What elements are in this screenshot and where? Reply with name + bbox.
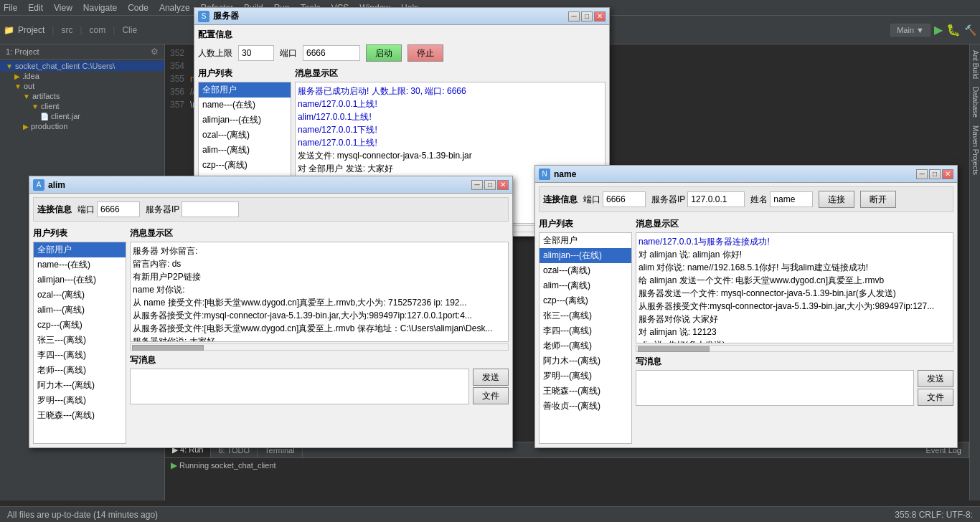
alim-port-field: 端口 bbox=[77, 201, 140, 217]
alim-write-btns: 发送 文件 bbox=[473, 369, 509, 404]
tree-item-out[interactable]: ▼ out bbox=[0, 81, 164, 91]
alim-maximize-btn[interactable]: □ bbox=[484, 180, 496, 190]
name-titlebar: N name ─ □ ✕ bbox=[535, 166, 957, 183]
tree-item-clientjar[interactable]: 📄 client.jar bbox=[0, 111, 164, 121]
tree-production-label: production bbox=[31, 122, 67, 130]
list-item[interactable]: name---(在线) bbox=[34, 257, 126, 272]
name-all-users-item[interactable]: 全部用户 bbox=[540, 233, 631, 248]
list-item[interactable]: 张三---(离线) bbox=[540, 308, 631, 323]
msg-line: name/127.0.0.1上线! bbox=[298, 98, 603, 110]
bottom-panel: ▶ 4: Run 6: TODO Terminal Event Log ▶ Ru… bbox=[165, 442, 969, 506]
ant-build-label[interactable]: Ant Build bbox=[970, 48, 981, 81]
alim-file-btn[interactable]: 文件 bbox=[473, 387, 509, 404]
menu-file[interactable]: File bbox=[4, 3, 17, 13]
name-name-input[interactable] bbox=[770, 191, 813, 207]
alim-window-controls: ─ □ ✕ bbox=[471, 180, 509, 190]
menu-view[interactable]: View bbox=[54, 3, 72, 13]
folder-icon-idea: ▶ bbox=[14, 72, 20, 80]
list-item[interactable]: czp---(离线) bbox=[540, 293, 631, 308]
list-item[interactable]: czp---(离线) bbox=[199, 158, 291, 173]
name-port-input[interactable] bbox=[603, 191, 646, 207]
alim-send-btn[interactable]: 发送 bbox=[473, 369, 509, 386]
status-left: All files are up-to-date (14 minutes ago… bbox=[7, 510, 158, 520]
tree-item-idea[interactable]: ▶ .idea bbox=[0, 71, 164, 81]
list-item[interactable]: alim---(离线) bbox=[540, 278, 631, 293]
server-maximize-btn[interactable]: □ bbox=[581, 11, 593, 22]
list-item[interactable]: 阿力木---(离线) bbox=[540, 353, 631, 369]
name-close-btn[interactable]: ✕ bbox=[942, 169, 953, 179]
run-btn[interactable]: ▶ bbox=[934, 23, 943, 37]
alim-hscroll[interactable] bbox=[130, 343, 509, 351]
name-serverip-label: 服务器IP bbox=[651, 194, 685, 206]
max-users-label: 人数上限 bbox=[198, 47, 232, 60]
list-item[interactable]: 阿力木---(离线) bbox=[34, 378, 126, 393]
list-item[interactable]: ozal---(离线) bbox=[540, 263, 631, 278]
alim-write-input[interactable] bbox=[130, 369, 469, 404]
name-file-btn[interactable]: 文件 bbox=[918, 389, 953, 406]
name-connect-btn[interactable]: 连接 bbox=[819, 191, 854, 208]
name-window-title: name bbox=[554, 169, 916, 179]
list-item[interactable]: alim---(离线) bbox=[34, 303, 126, 318]
database-label[interactable]: Database bbox=[970, 85, 981, 120]
list-item[interactable]: alimjan---(在线) bbox=[199, 113, 291, 128]
list-item[interactable]: 李四---(离线) bbox=[540, 323, 631, 338]
tree-item-artifacts[interactable]: ▼ artifacts bbox=[0, 91, 164, 101]
list-item[interactable]: czp---(离线) bbox=[34, 318, 126, 333]
list-item[interactable]: 罗明---(离线) bbox=[34, 393, 126, 408]
alim-minimize-btn[interactable]: ─ bbox=[471, 180, 483, 190]
list-item[interactable]: 王晓森---(离线) bbox=[540, 384, 631, 399]
alim-close-btn[interactable]: ✕ bbox=[497, 180, 509, 190]
name-disconnect-btn[interactable]: 断开 bbox=[860, 191, 896, 208]
list-item[interactable]: alim---(离线) bbox=[199, 143, 291, 158]
folder-icon-artifacts: ▼ bbox=[23, 92, 30, 100]
server-titlebar: S 服务器 ─ □ ✕ bbox=[194, 8, 609, 25]
statusbar: All files are up-to-date (14 minutes ago… bbox=[0, 506, 980, 522]
alim-port-input[interactable] bbox=[97, 201, 140, 217]
project-icon: 📁 bbox=[4, 25, 14, 35]
alim-all-users-item[interactable]: 全部用户 bbox=[34, 242, 126, 257]
list-item[interactable]: 老师---(离线) bbox=[34, 363, 126, 378]
server-minimize-btn[interactable]: ─ bbox=[568, 11, 580, 22]
name-write-input[interactable] bbox=[636, 370, 914, 406]
list-item-alimjan[interactable]: alimjan---(在线) bbox=[540, 248, 631, 263]
folder-icon-client: ▼ bbox=[32, 103, 39, 110]
list-item[interactable]: ozal---(离线) bbox=[199, 128, 291, 143]
name-hscroll[interactable] bbox=[636, 345, 953, 352]
server-close-btn[interactable]: ✕ bbox=[594, 11, 606, 22]
list-item[interactable]: 老师---(离线) bbox=[540, 338, 631, 353]
maven-label[interactable]: Maven Projects bbox=[970, 123, 981, 177]
name-maximize-btn[interactable]: □ bbox=[929, 169, 941, 179]
alim-port-label: 端口 bbox=[77, 204, 95, 216]
list-item[interactable]: name---(在线) bbox=[199, 98, 291, 113]
list-item[interactable]: alimjan---(在线) bbox=[34, 272, 126, 288]
menu-code[interactable]: Code bbox=[128, 3, 149, 13]
name-write-area: 发送 文件 bbox=[636, 370, 953, 406]
name-main-content: 用户列表 全部用户 alimjan---(在线) ozal---(离线) ali… bbox=[539, 218, 953, 444]
all-users-item[interactable]: 全部用户 bbox=[199, 82, 291, 98]
menu-edit[interactable]: Edit bbox=[28, 3, 43, 13]
list-item[interactable]: 张三---(离线) bbox=[34, 333, 126, 348]
list-item[interactable]: 善妆贞---(离线) bbox=[540, 399, 631, 414]
tree-item-root[interactable]: ▼ socket_chat_client C:\Users\ bbox=[0, 61, 164, 71]
name-serverip-input[interactable] bbox=[687, 191, 745, 207]
max-users-input[interactable] bbox=[238, 45, 274, 61]
build-btn[interactable]: 🔨 bbox=[964, 24, 976, 36]
name-minimize-btn[interactable]: ─ bbox=[916, 169, 928, 179]
debug-btn[interactable]: 🐛 bbox=[946, 23, 961, 37]
list-item[interactable]: 罗明---(离线) bbox=[540, 369, 631, 384]
name-send-btn[interactable]: 发送 bbox=[918, 370, 953, 387]
list-item[interactable]: 王晓森---(离线) bbox=[34, 408, 126, 423]
start-btn[interactable]: 启动 bbox=[366, 44, 402, 62]
alim-serverip-input[interactable] bbox=[182, 201, 239, 217]
tree-item-production[interactable]: ▶ production bbox=[0, 121, 164, 131]
stop-btn[interactable]: 停止 bbox=[407, 44, 443, 62]
list-item[interactable]: ozal---(离线) bbox=[34, 288, 126, 303]
menu-analyze[interactable]: Analyze bbox=[159, 3, 190, 13]
toolbar-main-select[interactable]: Main ▼ bbox=[890, 24, 930, 37]
tree-root-label: socket_chat_client C:\Users\ bbox=[15, 62, 115, 70]
tree-item-client[interactable]: ▼ client bbox=[0, 101, 164, 111]
name-user-list-pane: 用户列表 全部用户 alimjan---(在线) ozal---(离线) ali… bbox=[539, 218, 632, 444]
menu-navigate[interactable]: Navigate bbox=[83, 3, 117, 13]
list-item[interactable]: 李四---(离线) bbox=[34, 348, 126, 363]
port-input[interactable] bbox=[303, 45, 360, 61]
